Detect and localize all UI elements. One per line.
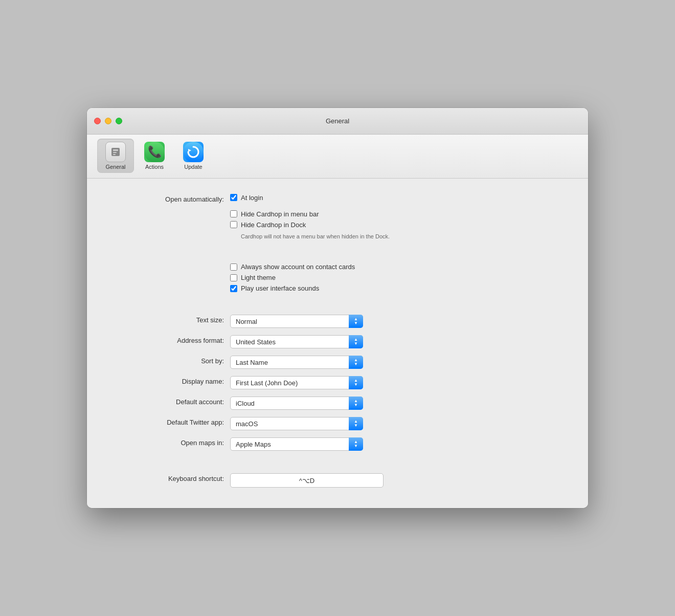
minimize-button[interactable] (105, 118, 111, 124)
display-name-row: Display name: First Last (John Doe) Last… (118, 376, 557, 389)
tab-actions-label: Actions (145, 164, 164, 170)
text-size-label: Text size: (118, 315, 230, 324)
toolbar: General 📞 Actions (87, 135, 588, 179)
default-account-label: Default account: (118, 397, 230, 406)
extra-checkboxes-row: Always show account on contact cards Lig… (118, 263, 557, 292)
at-login-row: At login (230, 194, 263, 202)
divider2 (118, 299, 557, 307)
general-icon (105, 142, 126, 162)
tab-update-label: Update (184, 164, 202, 170)
display-name-select[interactable]: First Last (John Doe) Last First (Doe Jo… (230, 376, 363, 389)
light-theme-label: Light theme (241, 274, 276, 281)
tab-update[interactable]: Update (175, 139, 212, 173)
always-show-account-checkbox[interactable] (230, 263, 237, 271)
hide-dock-checkbox[interactable] (230, 221, 237, 228)
open-maps-wrapper: Apple Maps Google Maps (230, 437, 363, 451)
svg-rect-1 (113, 149, 118, 151)
divider3 (118, 458, 557, 466)
hide-menu-bar-row: Hide Cardhop in menu bar (230, 210, 390, 218)
always-show-account-row: Always show account on contact cards (230, 263, 355, 271)
default-account-row: Default account: iCloud Gmail (118, 397, 557, 410)
at-login-checkbox[interactable] (230, 194, 237, 201)
default-twitter-label: Default Twitter app: (118, 417, 230, 426)
hide-options-label (118, 210, 230, 212)
hide-options-row: Hide Cardhop in menu bar Hide Cardhop in… (118, 210, 557, 240)
hide-menu-bar-label: Hide Cardhop in menu bar (241, 210, 319, 218)
main-window: General General (87, 108, 588, 508)
sort-by-row: Sort by: First Name Last Name (118, 356, 557, 369)
hint-text: Cardhop will not have a menu bar when hi… (241, 233, 390, 240)
default-twitter-select[interactable]: macOS Tweetbot (230, 417, 363, 430)
display-name-label: Display name: (118, 376, 230, 385)
at-login-label: At login (241, 194, 263, 202)
light-theme-checkbox[interactable] (230, 274, 237, 281)
play-sounds-row: Play user interface sounds (230, 284, 355, 292)
titlebar: General (87, 108, 588, 135)
tab-general[interactable]: General (97, 139, 134, 173)
play-sounds-checkbox[interactable] (230, 285, 237, 292)
keyboard-shortcut-row: Keyboard shortcut: (118, 473, 557, 488)
open-automatically-row: Open automatically: At login (118, 194, 557, 203)
text-size-row: Text size: Small Normal Large Extra Larg… (118, 315, 557, 328)
open-automatically-label: Open automatically: (118, 194, 230, 203)
window-title: General (326, 117, 349, 125)
play-sounds-label: Play user interface sounds (241, 284, 319, 292)
hide-options-controls: Hide Cardhop in menu bar Hide Cardhop in… (230, 210, 390, 240)
light-theme-row: Light theme (230, 274, 355, 281)
hide-dock-row: Hide Cardhop in Dock (230, 221, 390, 229)
close-button[interactable] (94, 118, 101, 124)
address-format-select[interactable]: United States United Kingdom Canada (230, 335, 363, 348)
svg-rect-3 (113, 154, 116, 155)
open-automatically-controls: At login (230, 194, 263, 202)
extra-checkboxes-controls: Always show account on contact cards Lig… (230, 263, 355, 292)
display-name-wrapper: First Last (John Doe) Last First (Doe Jo… (230, 376, 363, 389)
default-account-select[interactable]: iCloud Gmail (230, 397, 363, 410)
address-format-wrapper: United States United Kingdom Canada (230, 335, 363, 348)
sort-by-select[interactable]: First Name Last Name (230, 356, 363, 369)
tab-general-label: General (105, 164, 125, 170)
hide-dock-label: Hide Cardhop in Dock (241, 221, 306, 229)
open-maps-row: Open maps in: Apple Maps Google Maps (118, 437, 557, 451)
open-maps-select[interactable]: Apple Maps Google Maps (230, 437, 363, 451)
open-maps-label: Open maps in: (118, 437, 230, 447)
address-format-row: Address format: United States United Kin… (118, 335, 557, 348)
divider1 (118, 248, 557, 256)
hide-menu-bar-checkbox[interactable] (230, 210, 237, 217)
default-twitter-row: Default Twitter app: macOS Tweetbot (118, 417, 557, 430)
update-icon (183, 142, 204, 162)
content-area: Open automatically: At login Hide Cardho… (87, 179, 588, 508)
traffic-lights (94, 118, 122, 124)
text-size-select[interactable]: Small Normal Large Extra Large (230, 315, 363, 328)
text-size-wrapper: Small Normal Large Extra Large (230, 315, 363, 328)
keyboard-shortcut-input[interactable] (230, 473, 384, 488)
always-show-account-label: Always show account on contact cards (241, 263, 355, 271)
extra-checkboxes-label (118, 263, 230, 265)
svg-text:📞: 📞 (148, 145, 162, 159)
settings-form: Open automatically: At login Hide Cardho… (118, 194, 557, 488)
actions-icon: 📞 (144, 142, 165, 162)
address-format-label: Address format: (118, 335, 230, 344)
svg-point-6 (183, 142, 204, 162)
svg-rect-2 (113, 152, 117, 153)
sort-by-wrapper: First Name Last Name (230, 356, 363, 369)
tab-actions[interactable]: 📞 Actions (136, 139, 173, 173)
default-account-wrapper: iCloud Gmail (230, 397, 363, 410)
maximize-button[interactable] (116, 118, 122, 124)
default-twitter-wrapper: macOS Tweetbot (230, 417, 363, 430)
keyboard-shortcut-label: Keyboard shortcut: (118, 473, 230, 482)
sort-by-label: Sort by: (118, 356, 230, 365)
